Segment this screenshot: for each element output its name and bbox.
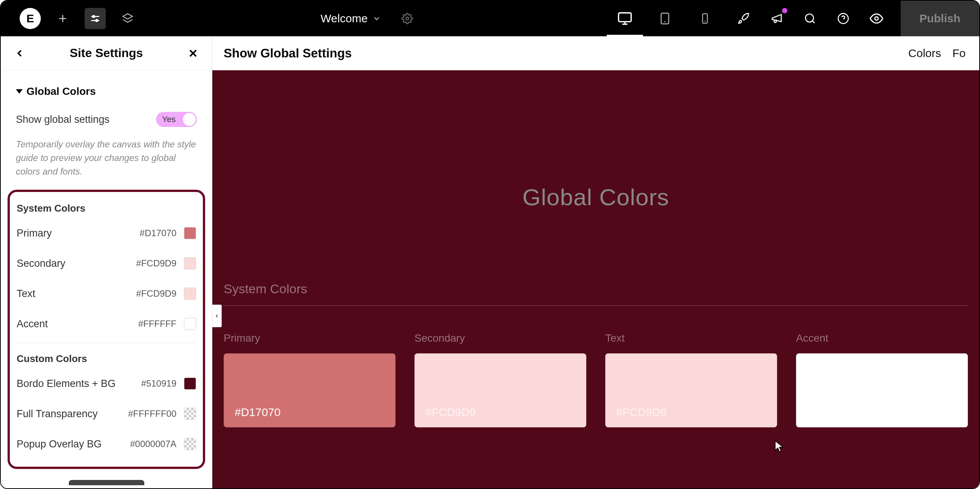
main-header-title: Show Global Settings: [224, 46, 352, 61]
mouse-cursor: [775, 440, 784, 452]
search-icon[interactable]: [801, 10, 819, 27]
add-element-button[interactable]: [52, 8, 73, 29]
mobile-device-button[interactable]: [694, 3, 716, 33]
card-label: Primary: [224, 332, 396, 344]
top-bar: E Welcome: [1, 1, 979, 36]
site-settings-button[interactable]: [84, 8, 106, 29]
megaphone-icon[interactable]: [768, 10, 786, 27]
color-name: Primary: [17, 228, 140, 239]
svg-line-16: [812, 21, 815, 23]
color-swatch[interactable]: [184, 438, 196, 450]
color-name: Bordo Elements + BG: [17, 378, 141, 390]
color-card-column: Accent: [796, 332, 968, 427]
toggle-knob: [183, 113, 196, 126]
color-hex: #FFFFFF00: [128, 408, 177, 419]
elementor-logo[interactable]: E: [20, 8, 41, 29]
color-card-column: Text #FCD9D9: [605, 332, 777, 427]
color-swatch[interactable]: [184, 257, 196, 269]
tab-fonts[interactable]: Fo: [953, 47, 966, 60]
card-label: Accent: [796, 332, 968, 344]
color-card[interactable]: #FCD9D9: [414, 353, 586, 427]
color-hex: #D17070: [140, 228, 177, 239]
structure-button[interactable]: [117, 8, 138, 29]
svg-point-19: [875, 17, 878, 21]
gear-icon[interactable]: [402, 13, 413, 24]
show-global-settings-label: Show global settings: [16, 114, 110, 126]
color-name: Text: [17, 288, 136, 299]
svg-point-3: [92, 16, 94, 18]
color-hex: #0000007A: [130, 439, 177, 449]
color-hex: #FCD9D9: [136, 288, 177, 299]
color-swatch[interactable]: [184, 378, 196, 390]
color-row[interactable]: Bordo Elements + BG #510919: [17, 368, 196, 399]
canvas-section-title: System Colors: [224, 279, 968, 305]
svg-point-7: [406, 17, 409, 20]
global-colors-section-header[interactable]: Global Colors: [12, 78, 200, 105]
preview-canvas: Global Colors System Colors Primary #D17…: [212, 70, 979, 488]
custom-colors-heading: Custom Colors: [17, 347, 196, 368]
show-global-settings-toggle[interactable]: Yes: [156, 112, 197, 127]
canvas-title: Global Colors: [224, 70, 968, 279]
card-label: Secondary: [414, 332, 586, 344]
divider: [17, 343, 196, 343]
settings-sidebar: Site Settings Global Colors Show global …: [1, 36, 212, 488]
rocket-icon[interactable]: [735, 10, 752, 27]
color-name: Popup Overlay BG: [17, 438, 130, 450]
color-row[interactable]: Primary #D17070: [17, 218, 196, 248]
color-swatch[interactable]: [184, 288, 196, 299]
color-name: Accent: [17, 318, 138, 330]
color-hex: #FCD9D9: [136, 258, 177, 269]
color-row[interactable]: Full Transparency #FFFFFF00: [17, 399, 196, 429]
color-card-column: Primary #D17070: [224, 332, 396, 427]
svg-marker-6: [123, 14, 133, 19]
page-name[interactable]: Welcome: [321, 12, 368, 25]
color-hex: #510919: [141, 378, 177, 389]
svg-rect-8: [619, 13, 631, 22]
bottom-drag-handle[interactable]: [69, 480, 144, 485]
sidebar-title: Site Settings: [27, 46, 186, 60]
color-row[interactable]: Secondary #FCD9D9: [17, 248, 196, 279]
desktop-device-button[interactable]: [614, 3, 635, 33]
color-row[interactable]: Text #FCD9D9: [17, 279, 196, 309]
caret-down-icon: [16, 89, 23, 94]
color-swatch[interactable]: [184, 227, 196, 239]
publish-button[interactable]: Publish: [900, 1, 979, 36]
card-hex: #FCD9D9: [425, 406, 476, 419]
back-button[interactable]: [12, 46, 27, 61]
card-label: Text: [605, 332, 777, 344]
system-colors-heading: System Colors: [17, 196, 196, 218]
color-swatch[interactable]: [184, 318, 196, 330]
close-button[interactable]: [186, 46, 200, 61]
color-swatch[interactable]: [184, 408, 196, 420]
notification-badge: [782, 8, 788, 13]
color-card-column: Secondary #FCD9D9: [414, 332, 586, 427]
collapse-sidebar-handle[interactable]: [212, 304, 222, 327]
card-hex: #FCD9D9: [616, 406, 667, 419]
color-name: Full Transparency: [17, 408, 128, 420]
preview-icon[interactable]: [867, 10, 886, 27]
elementor-logo-glyph: E: [27, 12, 34, 25]
colors-highlight-box: System Colors Primary #D17070 Secondary …: [8, 190, 205, 469]
help-icon[interactable]: [834, 10, 852, 27]
color-card[interactable]: [796, 353, 968, 427]
color-name: Secondary: [17, 258, 136, 269]
help-text: Temporarily overlay the canvas with the …: [12, 134, 200, 190]
svg-point-5: [95, 20, 97, 22]
color-row[interactable]: Accent #FFFFFF: [17, 309, 196, 339]
color-card[interactable]: #D17070: [224, 353, 396, 427]
tab-colors[interactable]: Colors: [908, 47, 941, 60]
color-row[interactable]: Popup Overlay BG #0000007A: [17, 429, 196, 459]
chevron-down-icon[interactable]: [372, 14, 381, 23]
svg-point-15: [805, 14, 813, 22]
main-area: Show Global Settings Colors Fo Global Co…: [212, 36, 979, 488]
card-hex: #D17070: [235, 406, 281, 419]
color-card[interactable]: #FCD9D9: [605, 353, 777, 427]
color-hex: #FFFFFF: [138, 319, 177, 329]
tablet-device-button[interactable]: [654, 3, 676, 33]
